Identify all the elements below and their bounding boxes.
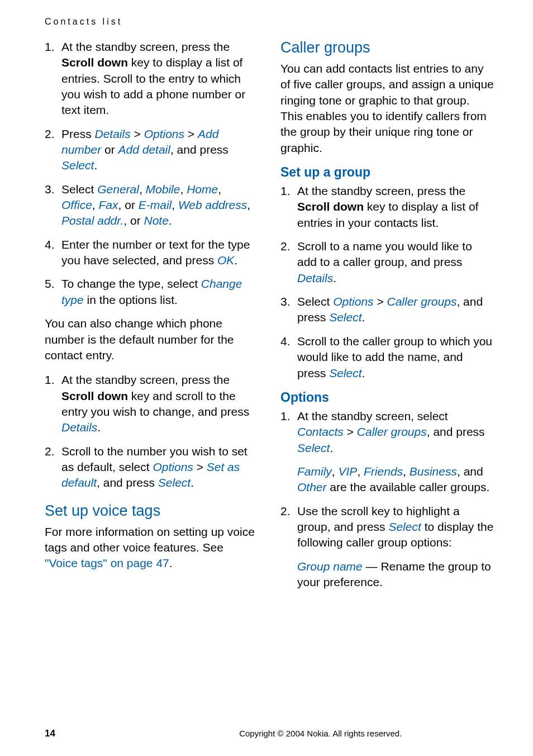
list-body: Scroll to the number you wish to set as … bbox=[61, 444, 258, 491]
text-run: , bbox=[332, 465, 339, 478]
caller-groups-intro: You can add contacts list entries to any… bbox=[280, 61, 494, 156]
list-number: 2. bbox=[45, 444, 61, 491]
ui-term: Caller groups bbox=[387, 295, 457, 308]
list-body: Press Details > Options > Add number or … bbox=[61, 126, 258, 174]
ui-term: Select bbox=[61, 159, 94, 172]
text-run: or bbox=[101, 143, 118, 156]
text-run: , bbox=[218, 183, 221, 196]
list-item: 1.At the standby screen, press the Scrol… bbox=[280, 183, 494, 231]
ui-term: Fax bbox=[99, 198, 118, 211]
text-run: At the standby screen, press the bbox=[61, 373, 230, 386]
text-run: , and bbox=[457, 465, 483, 478]
ui-term: Contacts bbox=[297, 425, 344, 438]
text-run: , bbox=[247, 198, 250, 211]
copyright: Copyright © 2004 Nokia. All rights reser… bbox=[239, 729, 402, 738]
caller-groups-heading: Caller groups bbox=[280, 39, 494, 56]
text-run: , or bbox=[123, 214, 144, 227]
list-body: At the standby screen, press the Scroll … bbox=[297, 183, 494, 231]
text-run: , bbox=[172, 198, 178, 211]
text-run: , bbox=[92, 198, 99, 211]
list-item: 5.To change the type, select Change type… bbox=[45, 276, 258, 308]
list-item: 1.At the standby screen, select Contacts… bbox=[280, 408, 494, 456]
text-run: , bbox=[357, 465, 364, 478]
ui-term: Web address bbox=[178, 198, 247, 211]
text-run: are the available caller groups. bbox=[327, 481, 490, 493]
list-body: To change the type, select Change type i… bbox=[61, 276, 258, 308]
voice-tags-paragraph: For more information on setting up voice… bbox=[45, 524, 258, 572]
ui-term: Office bbox=[61, 198, 92, 211]
text-run: , bbox=[180, 183, 187, 196]
list-body: Enter the number or text for the type yo… bbox=[61, 237, 258, 269]
steps-b: 1.At the standby screen, press the Scrol… bbox=[45, 372, 258, 491]
list-item: 4.Scroll to the caller group to which yo… bbox=[280, 334, 494, 381]
text-run: . bbox=[362, 367, 365, 379]
ui-term: Family bbox=[297, 465, 332, 478]
list-number: 4. bbox=[280, 334, 297, 381]
text-run: , and press bbox=[97, 476, 158, 489]
text-run: , and press bbox=[170, 143, 229, 156]
ui-term: Select bbox=[329, 311, 361, 324]
text-run: Scroll to a name you would like to add t… bbox=[297, 240, 472, 268]
key-name: Scroll down bbox=[297, 200, 364, 213]
options-heading: Options bbox=[280, 390, 494, 405]
ui-term: Home bbox=[187, 183, 218, 196]
list-number: 3. bbox=[280, 294, 297, 326]
text-run: , and press bbox=[427, 425, 485, 438]
text-run: , or bbox=[118, 198, 139, 211]
list-body: Select Options > Caller groups, and pres… bbox=[297, 294, 494, 326]
ui-term: Caller groups bbox=[357, 425, 427, 438]
text-run: > bbox=[374, 295, 387, 308]
text-run: > bbox=[344, 425, 357, 438]
ui-term: Mobile bbox=[146, 183, 180, 196]
ui-term: Postal addr. bbox=[61, 214, 123, 227]
ui-term: Group name bbox=[297, 560, 363, 573]
text-run: > bbox=[184, 127, 198, 140]
list-number: 1. bbox=[45, 39, 61, 118]
text-run: . bbox=[97, 421, 101, 434]
ui-term: Select bbox=[388, 520, 421, 533]
ui-term: Note bbox=[144, 214, 168, 227]
key-name: Scroll down bbox=[61, 56, 128, 69]
list-item: 3.Select Options > Caller groups, and pr… bbox=[280, 294, 494, 326]
text-run: . bbox=[94, 159, 97, 172]
text-run: . bbox=[330, 441, 333, 454]
ui-term: OK bbox=[217, 254, 234, 267]
text-run: > bbox=[131, 127, 144, 140]
left-column: 1.At the standby screen, press the Scrol… bbox=[45, 39, 258, 598]
list-body: At the standby screen, press the Scroll … bbox=[61, 372, 258, 435]
list-item: 1.At the standby screen, press the Scrol… bbox=[45, 39, 258, 118]
list-body: Select General, Mobile, Home, Office, Fa… bbox=[61, 182, 258, 229]
list-body: At the standby screen, select Contacts >… bbox=[297, 408, 494, 456]
ui-term: Add detail bbox=[118, 143, 170, 156]
options-steps: 1.At the standby screen, select Contacts… bbox=[280, 408, 494, 590]
ui-term: Details bbox=[61, 421, 97, 434]
text-run: . bbox=[362, 311, 365, 324]
list-sub-paragraph: Group name — Rename the group to your pr… bbox=[297, 559, 494, 591]
page-number: 14 bbox=[45, 728, 55, 739]
list-item: 3.Select General, Mobile, Home, Office, … bbox=[45, 182, 258, 229]
cross-reference-link[interactable]: "Voice tags" on page 47 bbox=[45, 557, 169, 569]
text-run: , bbox=[139, 183, 146, 196]
text-run: At the standby screen, press the bbox=[297, 184, 465, 197]
ui-term: General bbox=[97, 183, 139, 196]
ui-term: VIP bbox=[339, 465, 358, 478]
list-item: 4.Enter the number or text for the type … bbox=[45, 237, 258, 269]
ui-term: Details bbox=[297, 272, 333, 284]
text-run: in the options list. bbox=[84, 293, 178, 306]
ui-term: Options bbox=[333, 295, 373, 308]
voice-tags-heading: Set up voice tags bbox=[45, 502, 258, 520]
ui-term: Other bbox=[297, 481, 327, 493]
ui-term: Select bbox=[297, 441, 330, 454]
list-item: 1.At the standby screen, press the Scrol… bbox=[45, 372, 258, 435]
list-number: 3. bbox=[45, 182, 61, 229]
list-number: 5. bbox=[45, 276, 61, 308]
list-item: 2.Scroll to the number you wish to set a… bbox=[45, 444, 258, 491]
list-number: 1. bbox=[45, 372, 61, 435]
list-number: 1. bbox=[280, 408, 297, 456]
text-run: , bbox=[403, 465, 410, 478]
page-footer: 14 Copyright © 2004 Nokia. All rights re… bbox=[45, 728, 494, 739]
text-run: . bbox=[169, 557, 173, 569]
list-number: 1. bbox=[280, 183, 297, 231]
setup-group-heading: Set up a group bbox=[280, 165, 494, 180]
content-columns: 1.At the standby screen, press the Scrol… bbox=[45, 39, 494, 598]
